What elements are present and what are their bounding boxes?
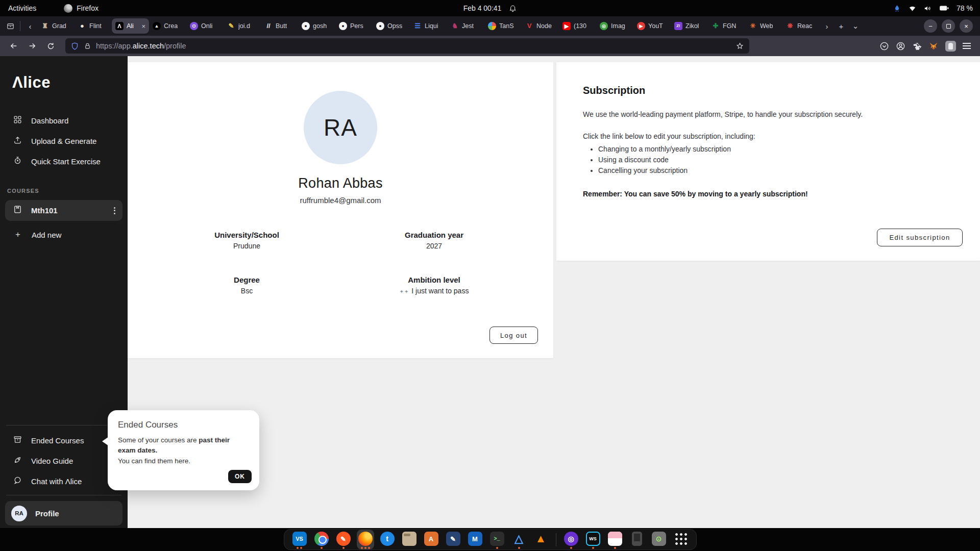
metamask-fox-icon[interactable] xyxy=(928,41,939,51)
close-tab-icon[interactable]: × xyxy=(141,22,145,30)
tab-list: ♜Grad●FlintΛAli×▲CreaOOnli✎joi.d//Butt●g… xyxy=(37,16,820,36)
clock-menu[interactable]: Feb 4 00:41 xyxy=(463,4,517,12)
forward-button[interactable] xyxy=(24,38,40,54)
software-store-icon[interactable]: A xyxy=(423,530,440,549)
tab-ali[interactable]: ΛAli× xyxy=(112,18,149,34)
tab-opss[interactable]: ●Opss xyxy=(373,18,410,34)
window-minimize-button[interactable]: − xyxy=(924,19,937,33)
tab-jest[interactable]: ♞Jest xyxy=(447,18,484,34)
tab-web[interactable]: ✳Web xyxy=(745,18,782,34)
field-label: Graduation year xyxy=(340,231,528,239)
tab-130[interactable]: ▶(130 xyxy=(559,18,596,34)
sidebar-item-quick-start-exercise[interactable]: Quick Start Exercise xyxy=(0,151,128,171)
tab-label: Web xyxy=(760,22,773,30)
vscode-icon[interactable]: VS xyxy=(291,530,308,549)
grid-icon xyxy=(13,115,22,126)
url-bar[interactable]: https://app.alice.tech/profile xyxy=(65,38,749,54)
sidebar-item-upload-generate[interactable]: Upload & Generate xyxy=(0,131,128,151)
webstorm-icon[interactable]: WS xyxy=(584,530,602,549)
chrome-icon xyxy=(314,532,329,546)
course-options-kebab-icon[interactable] xyxy=(114,207,115,214)
focused-app-menu[interactable]: Firefox xyxy=(64,4,99,13)
knot-app-icon[interactable]: △ xyxy=(510,530,528,549)
back-button[interactable] xyxy=(6,38,21,54)
chrome-icon[interactable] xyxy=(313,530,330,549)
tab-yout[interactable]: ▶YouT xyxy=(633,18,671,34)
sidebar-item-label: Video Guide xyxy=(31,457,73,465)
purple-app-icon[interactable]: ◎ xyxy=(562,530,580,549)
tab-reac[interactable]: ❋Reac xyxy=(782,18,820,34)
running-indicator-dots xyxy=(562,547,580,549)
window-close-button[interactable]: × xyxy=(960,19,973,33)
phone-app-icon[interactable] xyxy=(628,530,646,549)
app-grid-icon[interactable] xyxy=(672,530,690,549)
tab-tans[interactable]: TanS xyxy=(484,18,522,34)
edit-subscription-button[interactable]: Edit subscription xyxy=(877,229,963,246)
terminal-icon[interactable]: >_ xyxy=(488,530,506,549)
slashes-icon: // xyxy=(264,22,273,30)
tab-gosh[interactable]: ●gosh xyxy=(298,18,335,34)
menu-hamburger-icon[interactable] xyxy=(963,43,971,49)
account-icon[interactable] xyxy=(896,41,905,51)
tab-fgn[interactable]: ✚FGN xyxy=(708,18,745,34)
tab-imag[interactable]: ◎Imag xyxy=(596,18,633,34)
firefox-icon[interactable] xyxy=(357,530,374,549)
running-indicator-dots xyxy=(291,547,308,549)
sidebar-item-label: Quick Start Exercise xyxy=(31,157,101,166)
tab-butt[interactable]: //Butt xyxy=(261,18,298,34)
firefox-view-icon[interactable] xyxy=(3,19,17,33)
vlc-icon[interactable]: ▲ xyxy=(532,530,550,549)
tab-crea[interactable]: ▲Crea xyxy=(149,18,186,34)
sidebar-item-mth101[interactable]: Mth101 xyxy=(5,200,122,221)
reload-button[interactable] xyxy=(43,38,58,54)
profile-field-ambition-level: Ambition level✦✦I just want to pass xyxy=(340,276,528,295)
list-all-tabs-icon[interactable]: ⌄ xyxy=(848,19,863,33)
system-status-area[interactable]: 78 % xyxy=(893,4,980,13)
tab-node[interactable]: VNode xyxy=(522,18,559,34)
sidebar-item-label: Upload & Generate xyxy=(31,137,96,145)
system-top-bar: Activities Firefox Feb 4 00:41 78 % xyxy=(0,0,980,16)
green-cross-icon: ✚ xyxy=(712,22,720,30)
extensions-puzzle-icon[interactable] xyxy=(912,41,922,51)
new-tab-button[interactable]: + xyxy=(834,19,848,33)
tab-zikol[interactable]: Z!Zikol xyxy=(671,18,708,34)
pen-tool-app-icon[interactable]: ✎ xyxy=(445,530,462,549)
subscription-title: Subscription xyxy=(583,85,953,96)
scroll-tabs-right-icon[interactable]: › xyxy=(820,19,834,33)
files-icon[interactable] xyxy=(401,530,418,549)
tab-flint[interactable]: ●Flint xyxy=(75,18,112,34)
cursor-extension-icon[interactable] xyxy=(945,41,956,52)
profile-field-graduation-year: Graduation year2027 xyxy=(340,231,528,250)
add-new-course-button[interactable]: + Add new xyxy=(0,224,128,245)
running-indicator-dots xyxy=(335,547,352,549)
activities-button[interactable]: Activities xyxy=(8,4,36,12)
notes-app-icon[interactable] xyxy=(606,530,624,549)
tab-label: Crea xyxy=(164,22,178,30)
sidebar-item-dashboard[interactable]: Dashboard xyxy=(0,110,128,131)
tooltip-ok-button[interactable]: OK xyxy=(228,470,252,483)
tab-grad[interactable]: ♜Grad xyxy=(37,18,75,34)
tab-onli[interactable]: OOnli xyxy=(186,18,224,34)
sidebar-item-label: Ended Courses xyxy=(31,436,84,445)
firefox-app-icon xyxy=(64,4,72,13)
package-app-icon: ⊙ xyxy=(652,532,666,546)
bookmark-star-icon[interactable] xyxy=(736,42,744,51)
tab-joi-d[interactable]: ✎joi.d xyxy=(224,18,261,34)
dock-separator xyxy=(556,533,556,546)
lock-icon[interactable] xyxy=(84,42,91,50)
tab-label: Node xyxy=(536,22,552,30)
wave-app-icon[interactable]: M xyxy=(467,530,484,549)
logout-button[interactable]: Log out xyxy=(489,327,538,344)
editor-app-icon[interactable]: ✎ xyxy=(335,530,352,549)
thunderbird-icon[interactable]: t xyxy=(379,530,396,549)
package-app-icon[interactable]: ⊙ xyxy=(650,530,668,549)
save-to-pocket-icon[interactable] xyxy=(879,41,889,51)
phone-app-icon xyxy=(632,532,642,546)
window-restore-button[interactable] xyxy=(942,19,955,33)
scroll-tabs-left-icon[interactable]: ‹ xyxy=(23,19,37,33)
tracking-shield-icon[interactable] xyxy=(70,42,79,51)
tab-liqui[interactable]: ☰Liqui xyxy=(410,18,447,34)
tab-pers[interactable]: ●Pers xyxy=(335,18,373,34)
profile-email: ruffrumble4@gmail.com xyxy=(128,196,553,205)
sidebar-item-profile[interactable]: RA Profile xyxy=(5,501,122,525)
